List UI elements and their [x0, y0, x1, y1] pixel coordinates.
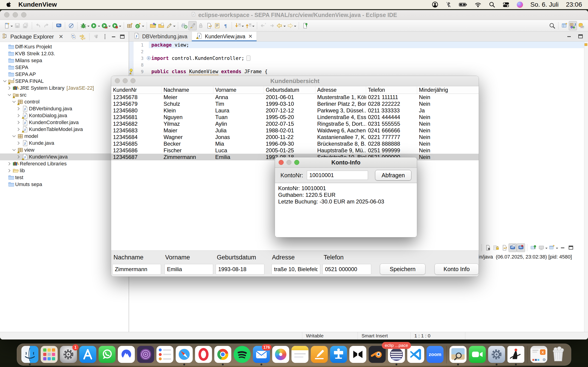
- dropdown-caret-icon[interactable]: [556, 248, 558, 250]
- close-button[interactable]: [115, 78, 120, 83]
- dock-item-finder[interactable]: [20, 346, 40, 365]
- speichern-button[interactable]: Speichern: [380, 264, 425, 275]
- dropdown-caret-icon[interactable]: [108, 26, 111, 28]
- open-resource-button[interactable]: [157, 21, 165, 30]
- code-line[interactable]: 2: [129, 48, 588, 55]
- dock-item-launchpad[interactable]: [40, 346, 59, 365]
- column-header[interactable]: Telefon: [366, 86, 417, 94]
- new-class-button[interactable]: C: [134, 21, 145, 30]
- table-row[interactable]: 12345679SchulzTim1999-03-10Berliner Plat…: [111, 100, 479, 107]
- dock-item-app-store[interactable]: [78, 346, 97, 365]
- view-menu-button[interactable]: [101, 33, 109, 41]
- table-row[interactable]: 12345682YilmazAylin2002-07-15Ringstraße …: [111, 120, 479, 127]
- maximize-view-button[interactable]: [577, 32, 585, 41]
- dropdown-caret-icon[interactable]: [98, 26, 100, 28]
- expander-icon[interactable]: [11, 134, 17, 139]
- form-field-input[interactable]: [164, 264, 213, 275]
- expander-icon[interactable]: [6, 92, 12, 98]
- next-edit-location-button[interactable]: [267, 21, 276, 30]
- tree-item[interactable]: Milans sepa: [0, 57, 129, 64]
- table-row[interactable]: 12345678MeierAnna2001-06-01Musterstraße …: [111, 94, 479, 100]
- dropdown-caret-icon[interactable]: [119, 26, 121, 28]
- tree-item[interactable]: Referenced Libraries: [0, 160, 129, 167]
- dock-item-eclipse[interactable]: eclip ...pace: [387, 346, 406, 365]
- lock-button[interactable]: [197, 21, 205, 30]
- open-perspective-button[interactable]: [561, 21, 569, 30]
- zoom-button[interactable]: [130, 78, 136, 83]
- dropdown-caret-icon[interactable]: [242, 26, 244, 28]
- minimize-view-button[interactable]: [559, 243, 567, 252]
- dock-item-preview[interactable]: [448, 346, 468, 365]
- redo-button[interactable]: [42, 21, 51, 30]
- table-row[interactable]: 12345680KleinLaura2007-12-12Parkweg 3, D…: [111, 107, 479, 114]
- column-header[interactable]: Adresse: [315, 86, 366, 94]
- table-row[interactable]: 12345686FischerLuca2005-01-25Hauptstraße…: [111, 147, 479, 154]
- form-field-input[interactable]: [216, 264, 264, 275]
- open-type-button[interactable]: [149, 21, 157, 30]
- bluetooth-off-icon[interactable]: [446, 1, 451, 8]
- table-row[interactable]: 12345685BeckerMia1996-09-30Brückenstraße…: [111, 140, 479, 147]
- dropdown-caret-icon[interactable]: [87, 26, 90, 28]
- tree-item[interactable]: SEPA: [0, 64, 129, 71]
- run-button[interactable]: [90, 21, 101, 30]
- undo-button[interactable]: [34, 21, 42, 30]
- show-source-button[interactable]: [205, 21, 213, 30]
- tree-item[interactable]: JSEPA FINAL: [0, 78, 129, 85]
- dock-item-capcut[interactable]: [348, 346, 367, 365]
- new-button[interactable]: [3, 21, 13, 30]
- tree-item[interactable]: Diff-Kurs Projekt: [0, 43, 129, 50]
- table-row[interactable]: 12345681NguyenTuan1995-05-20Lindenstraße…: [111, 114, 479, 120]
- wifi-icon[interactable]: [475, 1, 481, 8]
- kontonr-input[interactable]: [307, 171, 368, 180]
- scroll-lock-toggle[interactable]: [492, 243, 500, 252]
- dock-item-photos[interactable]: [271, 346, 290, 365]
- column-header[interactable]: Geburtsdatum: [264, 86, 315, 94]
- control-center-icon[interactable]: [502, 1, 510, 8]
- last-edit-location-button[interactable]: *: [259, 21, 267, 30]
- close-tab-icon[interactable]: ✕: [248, 33, 252, 40]
- dropdown-caret-icon[interactable]: [252, 26, 254, 28]
- back-button[interactable]: [276, 21, 286, 30]
- show-whitespace-toggle[interactable]: ¶: [221, 21, 230, 30]
- dropdown-caret-icon[interactable]: [10, 26, 13, 28]
- dock-item-settings[interactable]: 1: [59, 346, 78, 365]
- expander-icon[interactable]: [6, 168, 12, 173]
- tree-item[interactable]: JRE System Library[JavaSE-22]: [0, 85, 129, 92]
- dock-item-spotify[interactable]: [233, 346, 252, 365]
- java-perspective-button[interactable]: J: [569, 21, 577, 30]
- clear-console-button[interactable]: [484, 243, 492, 252]
- tree-item[interactable]: SEPA AP: [0, 71, 129, 78]
- git-perspective-button[interactable]: GIT: [577, 21, 585, 30]
- show-stdout-toggle[interactable]: [509, 243, 517, 252]
- external-tools-button[interactable]: [180, 21, 188, 30]
- expander-icon[interactable]: [16, 127, 22, 132]
- mark-occurrences-toggle[interactable]: [188, 21, 197, 30]
- search-menu-button[interactable]: [165, 21, 176, 30]
- save-button[interactable]: [13, 21, 22, 30]
- user-icon[interactable]: [432, 1, 438, 8]
- filters-button[interactable]: [92, 33, 100, 41]
- konto-info-button[interactable]: Konto Info: [435, 264, 479, 275]
- expander-icon[interactable]: [16, 113, 22, 118]
- dropdown-caret-icon[interactable]: [545, 248, 548, 250]
- show-outline-button[interactable]: [213, 21, 221, 30]
- next-annotation-button[interactable]: [234, 21, 244, 30]
- tree-item[interactable]: view: [0, 147, 129, 153]
- dropdown-caret-icon[interactable]: [173, 26, 175, 28]
- coverage-button[interactable]: [101, 21, 111, 30]
- column-header[interactable]: KundenNr: [111, 86, 162, 94]
- dock-item-pages[interactable]: [310, 346, 329, 365]
- display-console-button[interactable]: [537, 243, 548, 252]
- menubar-time[interactable]: 23:06: [566, 1, 582, 8]
- skip-breakpoints-button[interactable]: [67, 21, 75, 30]
- new-java-project-button[interactable]: [126, 21, 134, 30]
- tree-item[interactable]: JKunde.java: [0, 140, 129, 147]
- warning-marker[interactable]: [585, 43, 587, 46]
- tree-item[interactable]: control: [0, 98, 129, 105]
- table-row[interactable]: 12345684WagnerJonas2000-11-22Kastanienal…: [111, 134, 479, 140]
- tree-item[interactable]: JKundenController.java: [0, 119, 129, 126]
- dock-item-nordvpn[interactable]: [117, 346, 136, 365]
- dock-item-chrome[interactable]: [213, 346, 233, 365]
- dock-item-opera[interactable]: [194, 346, 213, 365]
- close-button[interactable]: [4, 12, 9, 17]
